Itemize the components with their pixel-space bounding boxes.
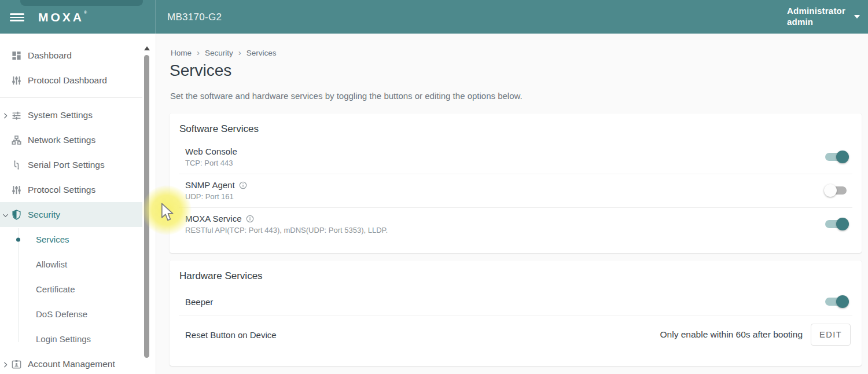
sidebar-item-label: Protocol Settings [28,185,95,195]
edit-button[interactable]: EDIT [811,324,851,346]
page-description: Set the software and hardware services b… [170,91,523,101]
chevron-right-icon [2,360,9,368]
menu-icon[interactable] [10,13,24,21]
sidebar-item-network-settings[interactable]: Network Settings [0,127,142,152]
service-label: Web Console [185,146,237,156]
page-title: Services [170,61,231,80]
sidebar-item-protocol-settings[interactable]: Protocol Settings [0,177,142,202]
sidebar-subitem-label: Services [36,234,69,244]
row-web-console: Web Console TCP: Port 443 [179,141,852,174]
sidebar-subitem-services[interactable]: Services [0,227,142,252]
sidebar-item-label: Security [28,210,60,220]
scrollbar-up-arrow[interactable] [144,46,150,50]
user-menu[interactable]: Administrator admin [787,5,860,27]
sidebar-item-label: Dashboard [28,50,72,61]
protocol-dashboard-icon [11,75,22,86]
security-shield-icon [11,209,22,220]
row-moxa-service: MOXA Service RESTful API(TCP: Port 443),… [179,208,852,241]
row-reset-button: Reset Button on Device Only enable withi… [179,316,852,353]
sidebar-item-label: System Settings [28,110,93,120]
row-snmp-agent: SNMP Agent UDP: Port 161 [179,174,852,208]
breadcrumb-security[interactable]: Security [205,49,233,57]
active-bullet-icon [16,237,20,241]
toggle-snmp-agent[interactable] [825,185,848,196]
service-label: SNMP Agent [185,180,235,190]
sidebar-item-system-settings[interactable]: System Settings [0,102,142,127]
card-title: Software Services [170,113,862,135]
main-content: Home › Security › Services Services Set … [156,34,868,374]
header-divider [155,0,156,34]
serial-port-settings-icon [11,159,22,170]
breadcrumb: Home › Security › Services [171,48,277,58]
sidebar-subitem-label: DoS Defense [36,309,87,319]
sidebar-item-label: Network Settings [28,135,95,145]
breadcrumb-separator: › [197,48,200,58]
sidebar-divider [0,97,142,98]
sidebar: Dashboard Protocol Dashboard System Sett… [0,34,156,374]
row-beeper: Beeper [179,288,852,316]
service-detail: UDP: Port 161 [185,192,247,201]
card-title: Hardware Services [170,261,862,282]
service-label: MOXA Service [185,214,242,223]
sidebar-item-protocol-dashboard[interactable]: Protocol Dashboard [0,68,142,93]
network-settings-icon [11,134,22,145]
chevron-down-icon [854,15,860,19]
protocol-settings-icon [11,184,22,195]
sidebar-item-serial-port-settings[interactable]: Serial Port Settings [0,152,142,177]
moxa-logo: MOXA® [38,10,87,24]
sidebar-item-dashboard[interactable]: Dashboard [0,43,142,68]
reset-button-note: Only enable within 60s after booting [660,329,803,340]
info-icon[interactable] [239,181,247,189]
device-title: MB3170-G2 [167,12,222,23]
service-detail: RESTful API(TCP: Port 443), mDNS(UDP: Po… [185,226,388,234]
system-settings-icon [11,109,22,120]
sidebar-item-account-management[interactable]: Account Management [0,351,142,374]
chevron-right-icon [2,111,9,119]
info-icon[interactable] [246,215,254,223]
registered-mark: ® [84,10,87,14]
breadcrumb-separator: › [238,48,241,58]
sidebar-subitem-allowlist[interactable]: Allowlist [0,252,142,277]
hardware-services-card: Hardware Services Beeper Reset Button on… [170,261,862,366]
sidebar-item-security[interactable]: Security [0,202,142,227]
service-label: Reset Button on Device [185,330,277,340]
account-management-icon [11,358,22,369]
service-detail: TCP: Port 443 [185,159,237,167]
service-label: Beeper [185,297,213,307]
sidebar-item-label: Account Management [28,359,115,369]
toggle-moxa-service[interactable] [825,218,848,230]
sidebar-item-label: Protocol Dashboard [28,75,107,86]
moxa-web-console: MOXA® MB3170-G2 Administrator admin Dash… [0,0,868,374]
breadcrumb-home[interactable]: Home [171,49,192,57]
dashboard-icon [11,50,22,61]
sidebar-subitem-login-settings[interactable]: Login Settings [0,327,142,351]
breadcrumb-services: Services [247,49,277,57]
sidebar-subitem-label: Allowlist [36,259,67,269]
sidebar-subitem-dos-defense[interactable]: DoS Defense [0,302,142,327]
scrollbar-thumb[interactable] [144,55,149,358]
security-submenu: Services Allowlist Certificate DoS Defen… [0,227,142,351]
user-role: Administrator [787,5,845,16]
sidebar-subitem-label: Login Settings [36,334,91,344]
sidebar-item-label: Serial Port Settings [28,160,105,170]
sidebar-subitem-certificate[interactable]: Certificate [0,277,142,302]
software-services-card: Software Services Web Console TCP: Port … [170,113,862,253]
chevron-down-icon [2,211,9,218]
browser-tab-remnant [20,0,143,6]
user-name: admin [787,16,845,27]
toggle-web-console[interactable] [825,151,848,163]
sidebar-subitem-label: Certificate [36,284,75,294]
toggle-beeper[interactable] [825,296,848,307]
